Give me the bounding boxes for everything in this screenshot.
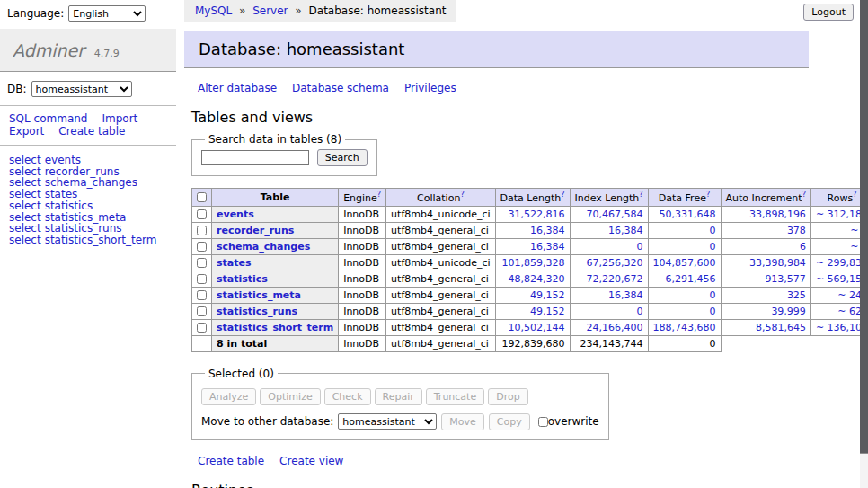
breadcrumb-link[interactable]: Server [252,4,288,17]
data-length-link-cell: 101,859,328 [495,254,570,271]
table-name-link[interactable]: events [217,209,254,220]
data-length-link[interactable]: 49,152 [530,289,565,301]
overwrite-checkbox[interactable] [538,417,548,427]
data-free-link[interactable]: 0 [710,241,716,253]
analyze-button[interactable]: Analyze [201,388,256,405]
help-icon[interactable]: ? [706,191,710,199]
search-input[interactable] [201,150,309,165]
data-free-link[interactable]: 0 [710,306,716,317]
auto-increment-link[interactable]: 33,898,196 [749,209,806,220]
row-checkbox-cell [192,238,212,254]
row-checkbox[interactable] [197,274,207,284]
row-checkbox[interactable] [197,242,207,252]
data-length-link[interactable]: 49,152 [530,306,565,317]
sidebar-action-link[interactable]: Create table [58,125,125,138]
table-name-link[interactable]: schema_changes [217,241,310,253]
data-length-link[interactable]: 31,522,816 [509,209,565,220]
table-name-link[interactable]: recorder_runs [217,225,294,236]
total-label-cell: 8 in total [212,335,339,351]
index-length-link[interactable]: 16,384 [608,289,643,301]
index-length-link[interactable]: 24,166,400 [587,322,643,333]
table-name-link[interactable]: statistics_short_term [217,322,333,333]
db-action-link[interactable]: Privileges [404,82,456,94]
language-select[interactable]: English [68,5,146,22]
data-length-link-cell: 31,522,816 [495,206,570,222]
index-length-link[interactable]: 72,220,672 [587,273,643,285]
sidebar-action-link[interactable]: Export [9,125,44,138]
table-name-link[interactable]: states [217,257,252,269]
auto-increment-link-cell: 6 [721,238,810,254]
data-length-link[interactable]: 48,824,320 [509,273,565,285]
select-link[interactable]: select [9,234,41,246]
index-length-link[interactable]: 67,256,320 [587,257,643,269]
index-length-link[interactable]: 0 [637,241,643,253]
row-checkbox-cell [192,271,212,287]
row-checkbox[interactable] [197,323,207,333]
drop-button[interactable]: Drop [488,388,527,405]
help-icon[interactable]: ? [561,191,564,199]
auto-increment-link[interactable]: 39,999 [771,306,806,317]
select-link[interactable]: select [9,188,41,200]
row-checkbox[interactable] [197,209,207,219]
auto-increment-link[interactable]: 8,581,645 [756,322,806,333]
table-name-link[interactable]: statistics [217,273,268,285]
table-name-link[interactable]: statistics_runs [217,306,297,317]
auto-increment-link[interactable]: 378 [787,225,806,236]
adminer-logo[interactable]: Adminer [13,40,84,60]
data-length-link[interactable]: 10,502,144 [509,322,565,333]
breadcrumb-link[interactable]: MySQL [195,4,232,17]
scrollbar-thumb[interactable] [860,0,868,454]
auto-increment-link[interactable]: 325 [787,289,806,301]
row-checkbox[interactable] [197,258,207,268]
db-action-link[interactable]: Database schema [292,82,389,94]
repair-button[interactable]: Repair [375,388,422,405]
data-length-link[interactable]: 16,384 [530,241,565,253]
auto-increment-link[interactable]: 913,577 [765,273,806,285]
truncate-button[interactable]: Truncate [426,388,484,405]
selected-legend: Selected (0) [205,368,278,380]
select-link[interactable]: select [9,200,41,212]
data-free-link[interactable]: 104,857,600 [653,257,716,269]
data-free-link[interactable]: 0 [710,289,716,301]
logout-button[interactable]: Logout [803,4,854,21]
scrollbar[interactable] [860,0,868,488]
index-length-link[interactable]: 16,384 [608,225,643,236]
row-checkbox[interactable] [197,290,207,300]
create-view-link[interactable]: Create view [279,455,343,467]
row-checkbox[interactable] [197,226,207,235]
table-link[interactable]: statistics_short_term [45,234,157,246]
select-all-checkbox[interactable] [197,192,207,202]
copy-button[interactable]: Copy [489,413,530,430]
row-checkbox[interactable] [197,306,207,316]
index-length-link-cell: 16,384 [570,287,648,303]
create-table-link[interactable]: Create table [198,455,264,467]
auto-increment-link[interactable]: 6 [800,241,806,253]
sidebar-action-link[interactable]: SQL command [9,112,87,125]
db-action-link[interactable]: Alter database [198,82,277,94]
index-length-link[interactable]: 70,467,584 [587,209,643,220]
sidebar-action-link[interactable]: Import [102,112,137,125]
help-icon[interactable]: ? [639,191,642,199]
data-free-link[interactable]: 0 [710,225,716,236]
help-icon[interactable]: ? [853,191,856,199]
db-select[interactable]: homeassistant [31,81,132,97]
collation-cell: utf8mb4_general_ci [386,287,495,303]
data-length-link[interactable]: 101,859,328 [502,257,565,269]
help-icon[interactable]: ? [377,191,381,199]
move-button[interactable]: Move [441,413,484,430]
table-name-link[interactable]: statistics_meta [217,289,301,301]
optimize-button[interactable]: Optimize [260,388,320,405]
move-label: Move to other database: [201,415,333,428]
check-button[interactable]: Check [324,388,371,405]
help-icon[interactable]: ? [460,191,464,199]
auto-increment-link[interactable]: 33,398,984 [749,257,806,269]
select-link[interactable]: select [9,154,41,166]
search-button[interactable]: Search [317,149,368,166]
data-free-link[interactable]: 188,743,680 [653,322,716,333]
help-icon[interactable]: ? [802,191,806,199]
data-length-link[interactable]: 16,384 [530,225,565,236]
data-free-link[interactable]: 6,291,456 [666,273,716,285]
index-length-link[interactable]: 0 [637,306,643,317]
move-db-select[interactable]: homeassistant [338,413,437,430]
data-free-link[interactable]: 50,331,648 [660,209,716,220]
